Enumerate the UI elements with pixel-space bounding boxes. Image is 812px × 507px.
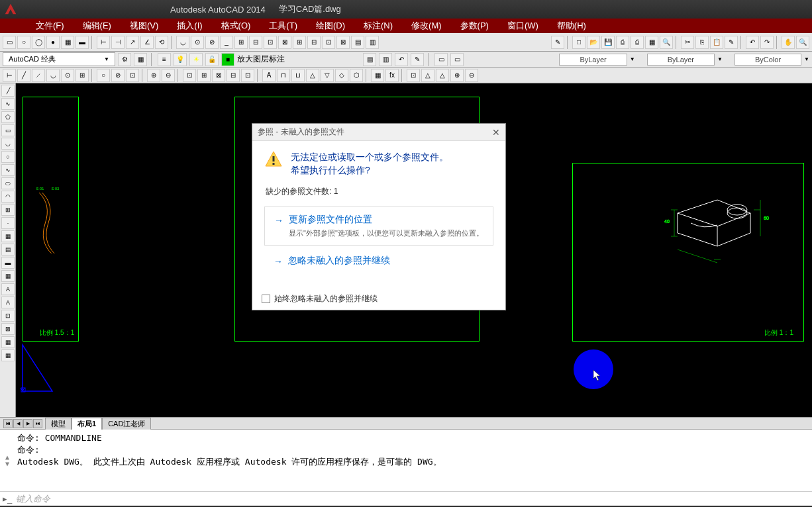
workspace-dropdown[interactable]: AutoCAD 经典 ▼ (3, 52, 115, 66)
layer-sun-icon[interactable]: ☀ (189, 53, 203, 66)
mod-1-icon[interactable]: A (262, 69, 276, 82)
tool-dim-b-icon[interactable]: ⊞ (234, 36, 248, 49)
tool-match-icon[interactable]: ✎ (725, 36, 738, 49)
snap-a-icon[interactable]: ⊢ (3, 69, 16, 82)
draw-ellipse-icon[interactable]: ⬭ (1, 177, 15, 189)
menu-tools[interactable]: 工具(T) (260, 20, 307, 32)
tool-dim-i-icon[interactable]: ⊠ (336, 36, 350, 49)
draw-polygon-icon[interactable]: ⬠ (1, 111, 15, 123)
cmd-expand-icon[interactable]: ▲▼ (5, 432, 17, 488)
tab-layout2[interactable]: CAD江老师 (102, 418, 151, 430)
color-dropdown[interactable]: ByLayer (559, 54, 627, 66)
tab-last-icon[interactable]: ⏭ (33, 419, 42, 428)
ws-gear-icon[interactable]: ⚙ (118, 53, 131, 66)
calc-icon[interactable]: ▦ (371, 69, 384, 82)
layer-b-icon[interactable]: ▭ (450, 53, 464, 66)
draw-extra2-icon[interactable]: ⊠ (1, 323, 15, 335)
ex-5-icon[interactable]: ⊖ (465, 69, 478, 82)
menu-parametric[interactable]: 参数(P) (451, 20, 498, 32)
tool-dim-g-icon[interactable]: ⊟ (307, 36, 321, 49)
tool-preview-icon[interactable]: 🔍 (660, 36, 673, 49)
ex-1-icon[interactable]: ⊡ (407, 69, 420, 82)
tool-circle2-icon[interactable]: ◯ (32, 36, 45, 49)
snap-i-icon[interactable]: ⊡ (126, 69, 139, 82)
snap-h-icon[interactable]: ⊘ (111, 69, 125, 82)
tab-first-icon[interactable]: ⏮ (3, 419, 13, 428)
tab-model[interactable]: 模型 (45, 418, 72, 430)
tab-layout1[interactable]: 布局1 (72, 418, 102, 430)
tool-diameter-icon[interactable]: ⊘ (205, 36, 219, 49)
layer-state-icon[interactable]: ▤ (363, 53, 376, 66)
menu-edit[interactable]: 编辑(E) (74, 20, 121, 32)
chevron-down-icon[interactable]: ▼ (804, 56, 809, 62)
tool-undo-icon[interactable]: ↶ (746, 36, 759, 49)
draw-hatch-icon[interactable]: ▦ (1, 230, 15, 242)
mod-5-icon[interactable]: ▽ (321, 69, 334, 82)
draw-earc-icon[interactable]: ◠ (1, 191, 15, 203)
ws-btn-icon[interactable]: ▦ (134, 53, 147, 66)
tool-plot-icon[interactable]: ▦ (645, 36, 658, 49)
menu-dimension[interactable]: 标注(N) (354, 20, 402, 32)
tool-cut-icon[interactable]: ✂ (681, 36, 694, 49)
layer-lock-icon[interactable]: 🔓 (205, 53, 219, 66)
tool-rectangle-icon[interactable]: ▭ (3, 36, 16, 49)
draw-mtext-icon[interactable]: A (1, 297, 15, 308)
menu-window[interactable]: 窗口(W) (498, 20, 548, 32)
tool-dim3-icon[interactable]: ↗ (126, 36, 139, 49)
linetype-dropdown[interactable]: ByLayer (647, 54, 715, 66)
menu-file[interactable]: 文件(F) (26, 20, 74, 32)
tool-dim-a-icon[interactable]: ⎯ (220, 36, 233, 49)
draw-table-icon[interactable]: ▦ (1, 270, 15, 282)
mod-2-icon[interactable]: ⊓ (277, 69, 290, 82)
snap-k-icon[interactable]: ⊖ (162, 69, 175, 82)
always-ignore-checkbox[interactable] (262, 295, 270, 303)
menu-format[interactable]: 格式(O) (212, 20, 260, 32)
tool-saveas-icon[interactable]: ⎙ (616, 36, 629, 49)
draw-spline-icon[interactable]: ∿ (1, 164, 15, 176)
layer-color-icon[interactable]: ■ (221, 53, 234, 66)
tool-region-icon[interactable]: ▬ (76, 36, 89, 49)
dialog-option-ignore[interactable]: → 忽略未融入的参照并继续 (264, 248, 493, 276)
tool-save-icon[interactable]: 💾 (601, 36, 615, 49)
tool-dim4-icon[interactable]: ∠ (140, 36, 154, 49)
layer-a-icon[interactable]: ▭ (434, 53, 448, 66)
close-icon[interactable]: ✕ (492, 127, 500, 138)
tool-new-icon[interactable]: □ (572, 36, 585, 49)
draw-block-icon[interactable]: ⊞ (1, 204, 15, 216)
tool-radius-icon[interactable]: ⊙ (191, 36, 204, 49)
tool-open-icon[interactable]: 📂 (587, 36, 600, 49)
tool-dim1-icon[interactable]: ⊢ (97, 36, 110, 49)
tool-dim-k-icon[interactable]: ▥ (366, 36, 379, 49)
tab-next-icon[interactable]: ▶ (23, 419, 32, 428)
mod-7-icon[interactable]: ⬡ (350, 69, 363, 82)
draw-line-icon[interactable]: ╱ (1, 85, 15, 97)
menu-insert[interactable]: 插入(I) (168, 20, 211, 32)
mod-4-icon[interactable]: △ (306, 69, 319, 82)
tool-dim-c-icon[interactable]: ⊟ (249, 36, 262, 49)
tool-print-icon[interactable]: ⎙ (631, 36, 644, 49)
draw-extra1-icon[interactable]: ⊡ (1, 310, 15, 322)
snap-c-icon[interactable]: ⟋ (32, 69, 45, 82)
draw-rect-icon[interactable]: ▭ (1, 124, 15, 136)
chevron-down-icon[interactable]: ▼ (630, 56, 635, 62)
ex-2-icon[interactable]: △ (421, 69, 434, 82)
tool-dim-j-icon[interactable]: ▤ (351, 36, 364, 49)
tool-redo-icon[interactable]: ↷ (760, 36, 774, 49)
tool-pan-icon[interactable]: ✋ (782, 36, 795, 49)
draw-arc-icon[interactable]: ◡ (1, 138, 15, 150)
tool-copy-icon[interactable]: ⎘ (695, 36, 709, 49)
menu-help[interactable]: 帮助(H) (548, 20, 595, 32)
draw-extra4-icon[interactable]: ▦ (1, 349, 15, 361)
snap-g-icon[interactable]: ○ (97, 69, 110, 82)
snap-d-icon[interactable]: ◡ (46, 69, 60, 82)
command-input[interactable]: 键入命令 (16, 493, 50, 505)
layer-light-icon[interactable]: 💡 (174, 53, 187, 66)
draw-region-icon[interactable]: ▬ (1, 257, 15, 269)
menu-modify[interactable]: 修改(M) (402, 20, 451, 32)
osnap-2-icon[interactable]: ⊞ (197, 69, 211, 82)
layer-match-icon[interactable]: ✎ (411, 53, 424, 66)
tab-prev-icon[interactable]: ◀ (13, 419, 23, 428)
tool-dim-f-icon[interactable]: ⊞ (293, 36, 306, 49)
chevron-down-icon[interactable]: ▼ (717, 56, 723, 62)
tool-dot-icon[interactable]: ● (46, 36, 60, 49)
